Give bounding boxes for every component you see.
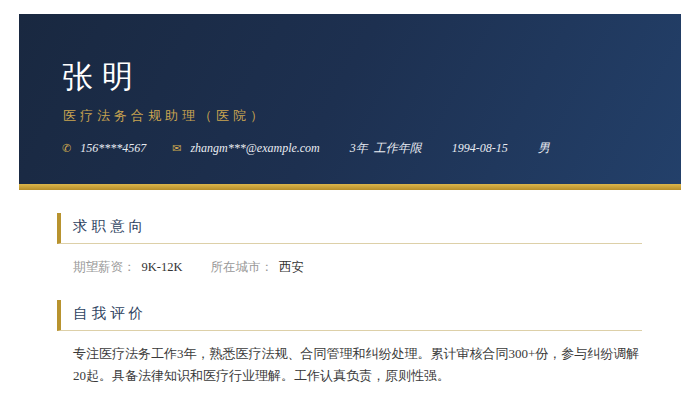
self-evaluation-text: 专注医疗法务工作3年，熟悉医疗法规、合同管理和纠纷处理。累计审核合同300+份，…: [73, 343, 645, 387]
field-city: 所在城市： 西安: [210, 259, 304, 276]
section-header-job-intention: 求职意向: [57, 213, 642, 244]
experience-label: 工作年限: [374, 140, 422, 157]
field-value: 9K-12K: [142, 259, 183, 276]
job-intention-fields: 期望薪资： 9K-12K 所在城市： 西安: [73, 259, 642, 276]
gender: 男: [538, 140, 550, 157]
phone-icon: ✆: [62, 142, 71, 155]
section-title: 求职意向: [73, 213, 642, 240]
email-icon: ✉: [172, 142, 181, 155]
resume-body: 求职意向 期望薪资： 9K-12K 所在城市： 西安 自我评价 专注医疗法务工作…: [57, 213, 642, 387]
phone-number: 156****4567: [80, 141, 146, 156]
section-header-self-evaluation: 自我评价: [57, 300, 642, 331]
field-expected-salary: 期望薪资： 9K-12K: [73, 259, 182, 276]
job-title: 医疗法务合规助理（医院）: [63, 107, 267, 125]
field-label: 期望薪资：: [73, 259, 136, 276]
email-address: zhangm***@example.com: [190, 141, 319, 156]
section-title: 自我评价: [73, 300, 642, 327]
field-value: 西安: [279, 259, 304, 276]
field-label: 所在城市：: [210, 259, 273, 276]
gold-divider: [19, 184, 681, 190]
experience-value: 3年: [350, 140, 368, 157]
birth-date: 1994-08-15: [452, 141, 508, 156]
contact-row: ✆ 156****4567 ✉ zhangm***@example.com 3年…: [62, 140, 661, 157]
resume-header-banner: 张明 医疗法务合规助理（医院） ✆ 156****4567 ✉ zhangm**…: [19, 14, 681, 184]
work-experience: 3年 工作年限: [350, 140, 422, 157]
section-self-evaluation: 自我评价 专注医疗法务工作3年，熟悉医疗法规、合同管理和纠纷处理。累计审核合同3…: [57, 300, 642, 387]
section-job-intention: 求职意向 期望薪资： 9K-12K 所在城市： 西安: [57, 213, 642, 276]
candidate-name: 张明: [62, 60, 142, 94]
